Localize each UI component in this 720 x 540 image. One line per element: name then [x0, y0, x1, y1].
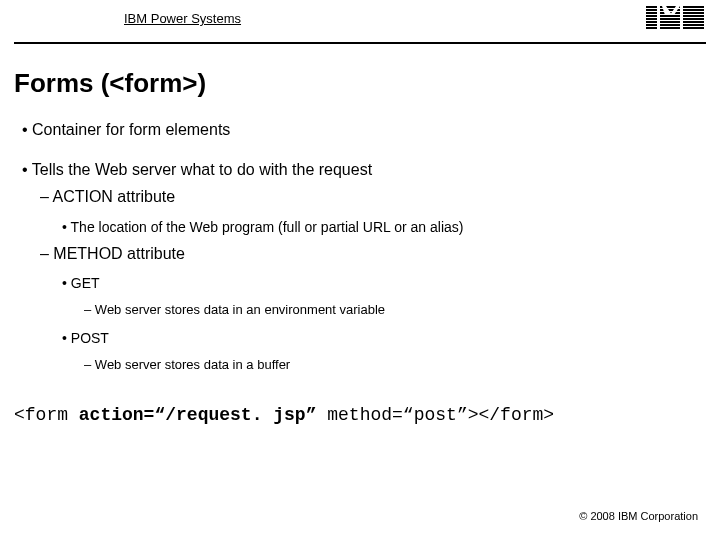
- bullet-text: GET: [71, 275, 100, 291]
- bullet-text: Web server stores data in an environment…: [95, 302, 385, 317]
- code-bold: action=“/request. jsp”: [79, 405, 317, 425]
- svg-rect-4: [646, 18, 704, 20]
- bullet-text: ACTION attribute: [52, 188, 175, 205]
- svg-rect-9: [680, 6, 683, 30]
- header-label: IBM Power Systems: [124, 11, 241, 26]
- bullet-post-desc: Web server stores data in a buffer: [84, 356, 698, 374]
- code-pre: <form: [14, 405, 79, 425]
- bullet-container: Container for form elements: [22, 119, 698, 141]
- bullet-get-desc: Web server stores data in an environment…: [84, 301, 698, 319]
- page-title: Forms (<form>): [14, 68, 706, 99]
- svg-rect-5: [646, 21, 704, 23]
- bullet-action-desc: The location of the Web program (full or…: [62, 218, 698, 237]
- ibm-logo-icon: [646, 6, 704, 30]
- bullet-text: Tells the Web server what to do with the…: [32, 161, 372, 178]
- svg-rect-7: [646, 27, 704, 29]
- bullet-get: GET Web server stores data in an environ…: [62, 274, 698, 318]
- bullet-method: METHOD attribute GET Web server stores d…: [40, 243, 698, 373]
- bullet-text: The location of the Web program (full or…: [71, 219, 464, 235]
- svg-rect-8: [657, 6, 660, 30]
- bullet-tells-server: Tells the Web server what to do with the…: [22, 159, 698, 374]
- bullet-text: POST: [71, 330, 109, 346]
- footer-copyright: © 2008 IBM Corporation: [579, 510, 698, 522]
- bullet-action: ACTION attribute The location of the Web…: [40, 186, 698, 236]
- bullet-text: Container for form elements: [32, 121, 230, 138]
- header: IBM Power Systems: [14, 0, 706, 44]
- content: Container for form elements Tells the We…: [22, 119, 698, 373]
- bullet-text: METHOD attribute: [53, 245, 185, 262]
- bullet-text: Web server stores data in a buffer: [95, 357, 290, 372]
- bullet-post: POST Web server stores data in a buffer: [62, 329, 698, 373]
- svg-rect-12: [660, 15, 680, 17]
- svg-rect-6: [646, 24, 704, 26]
- code-example: <form action=“/request. jsp” method=“pos…: [14, 405, 706, 425]
- code-post: method=“post”></form>: [316, 405, 554, 425]
